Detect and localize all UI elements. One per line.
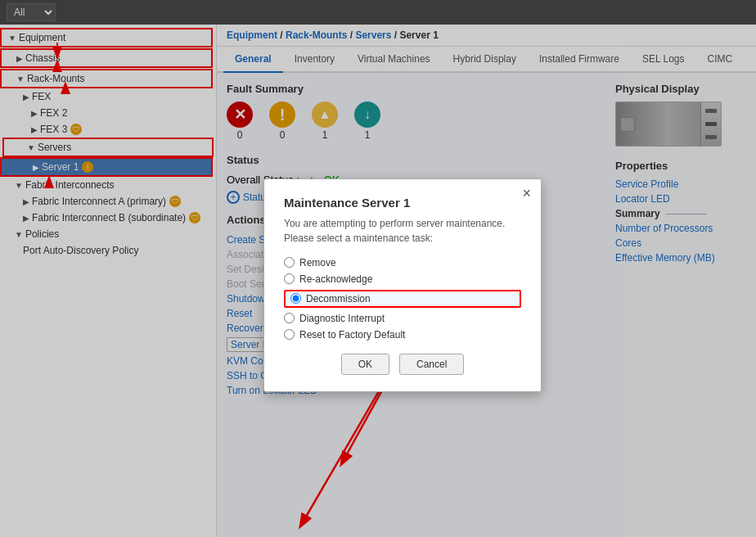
- modal-overlay: Maintenance Server 1 × You are attemptin…: [0, 0, 756, 537]
- modal-cancel-button[interactable]: Cancel: [399, 354, 464, 375]
- modal-title: Maintenance Server 1: [284, 196, 521, 210]
- radio-reset-factory[interactable]: [284, 329, 295, 340]
- option-decommission-label: Decommission: [306, 293, 371, 305]
- radio-re-acknowledge[interactable]: [284, 273, 295, 284]
- option-reset-factory-label: Reset to Factory Default: [299, 329, 405, 341]
- option-diagnostic-interrupt[interactable]: Diagnostic Interrupt: [284, 313, 521, 324]
- option-remove-label: Remove: [299, 257, 336, 268]
- modal-actions: OK Cancel: [284, 354, 521, 375]
- radio-diagnostic-interrupt[interactable]: [284, 313, 295, 323]
- option-decommission[interactable]: Decommission: [284, 290, 521, 308]
- modal-close-button[interactable]: ×: [522, 186, 531, 201]
- option-re-acknowledge[interactable]: Re-acknowledge: [284, 273, 521, 285]
- maintenance-modal: Maintenance Server 1 × You are attemptin…: [263, 178, 542, 392]
- option-diagnostic-interrupt-label: Diagnostic Interrupt: [299, 313, 385, 324]
- modal-description: You are attempting to perform server mai…: [284, 216, 521, 246]
- option-reset-factory[interactable]: Reset to Factory Default: [284, 329, 521, 341]
- option-re-acknowledge-label: Re-acknowledge: [299, 273, 372, 285]
- radio-options: Remove Re-acknowledge Decommission Diagn…: [284, 257, 521, 341]
- modal-ok-button[interactable]: OK: [341, 354, 389, 375]
- radio-decommission[interactable]: [290, 293, 301, 304]
- option-remove[interactable]: Remove: [284, 257, 521, 268]
- radio-remove[interactable]: [284, 257, 295, 268]
